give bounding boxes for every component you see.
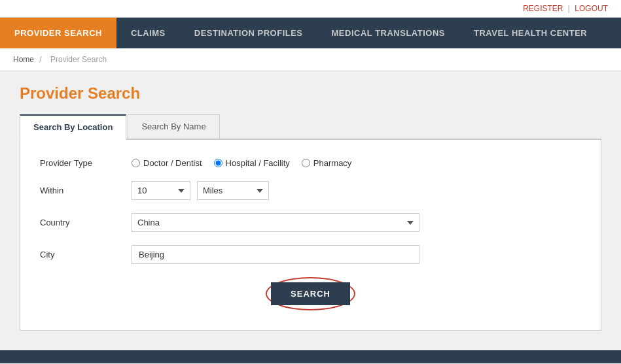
tab-search-by-name[interactable]: Search By Name bbox=[128, 114, 219, 139]
breadcrumb: Home / Provider Search bbox=[0, 48, 621, 71]
city-label: City bbox=[40, 250, 132, 259]
nav-item-medical-translations[interactable]: MEDICAL TRANSLATIONS bbox=[317, 18, 459, 48]
radio-pharmacy[interactable]: Pharmacy bbox=[302, 158, 352, 168]
city-input[interactable] bbox=[132, 245, 419, 264]
page-title: Provider Search bbox=[20, 84, 601, 103]
radio-doctor-dentist-input[interactable] bbox=[132, 159, 140, 167]
nav-item-destination-profiles[interactable]: DESTINATION PROFILES bbox=[180, 18, 317, 48]
radio-doctor-dentist[interactable]: Doctor / Dentist bbox=[132, 158, 202, 168]
breadcrumb-current: Provider Search bbox=[50, 55, 107, 64]
country-row: Country Afghanistan Australia China Fran… bbox=[40, 213, 581, 232]
breadcrumb-separator: / bbox=[39, 55, 44, 64]
tab-bar: Search By Location Search By Name bbox=[20, 114, 601, 140]
within-label: Within bbox=[40, 186, 132, 195]
separator: | bbox=[568, 4, 570, 13]
radio-hospital-facility-input[interactable] bbox=[214, 159, 222, 167]
provider-type-radio-group: Doctor / Dentist Hospital / Facility Pha… bbox=[132, 158, 351, 168]
register-link[interactable]: REGISTER bbox=[523, 4, 563, 13]
nav-item-travel-health-center[interactable]: TRAVEL HEALTH CENTER bbox=[459, 18, 601, 48]
country-label: Country bbox=[40, 218, 132, 227]
breadcrumb-home[interactable]: Home bbox=[13, 55, 34, 64]
main-content: Provider Search Search By Location Searc… bbox=[0, 71, 621, 350]
city-row: City bbox=[40, 245, 581, 264]
logout-link[interactable]: LOGOUT bbox=[575, 4, 608, 13]
nav-item-provider-search[interactable]: PROVIDER SEARCH bbox=[0, 18, 116, 48]
search-button-highlight: SEARCH bbox=[266, 277, 355, 310]
within-select[interactable]: 5 10 25 50 100 bbox=[132, 181, 190, 200]
unit-select[interactable]: Miles Kilometers bbox=[197, 181, 269, 200]
radio-doctor-dentist-label: Doctor / Dentist bbox=[143, 158, 202, 168]
radio-hospital-facility-label: Hospital / Facility bbox=[226, 158, 290, 168]
radio-hospital-facility[interactable]: Hospital / Facility bbox=[214, 158, 290, 168]
country-select[interactable]: Afghanistan Australia China France Germa… bbox=[132, 213, 419, 232]
search-button-wrapper: SEARCH bbox=[40, 277, 581, 310]
within-row: Within 5 10 25 50 100 Miles Kilometers bbox=[40, 181, 581, 200]
tab-search-by-location[interactable]: Search By Location bbox=[20, 114, 126, 140]
within-controls: 5 10 25 50 100 Miles Kilometers bbox=[132, 181, 269, 200]
radio-pharmacy-label: Pharmacy bbox=[313, 158, 352, 168]
footer-bar bbox=[0, 350, 621, 363]
search-form: Provider Type Doctor / Dentist Hospital … bbox=[20, 140, 601, 331]
nav-item-claims[interactable]: CLAIMS bbox=[116, 18, 180, 48]
radio-pharmacy-input[interactable] bbox=[302, 159, 310, 167]
search-button[interactable]: SEARCH bbox=[271, 282, 350, 305]
provider-type-label: Provider Type bbox=[40, 158, 132, 168]
provider-type-row: Provider Type Doctor / Dentist Hospital … bbox=[40, 158, 581, 168]
main-nav: PROVIDER SEARCH CLAIMS DESTINATION PROFI… bbox=[0, 18, 621, 48]
top-bar: REGISTER | LOGOUT bbox=[0, 0, 621, 18]
